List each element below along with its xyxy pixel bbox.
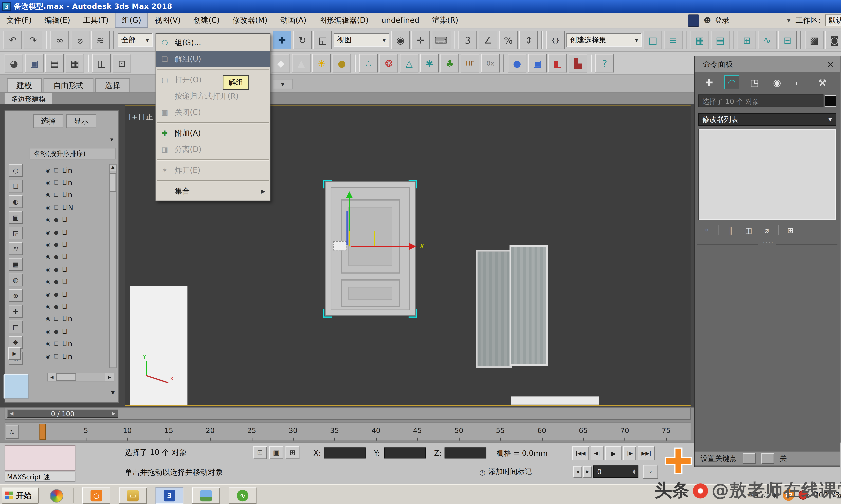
scrollbar-track[interactable] [56, 373, 105, 381]
key-filters-button[interactable] [761, 453, 774, 464]
ribbon-tab[interactable]: 建模 [7, 78, 42, 92]
schematic-view-button[interactable]: ⊟ [778, 31, 797, 49]
teapot-primitive-button[interactable]: ◆ [272, 54, 290, 72]
explorer-horizontal-scrollbar[interactable]: ◀ ▶ [47, 373, 114, 381]
start-button[interactable]: 开始 [2, 488, 39, 504]
scene-list-item[interactable]: ◉❏Lin [26, 313, 108, 325]
modifier-stack[interactable] [698, 129, 836, 220]
visibility-eye-icon[interactable]: ◉ [46, 341, 50, 347]
taskbar-app-green[interactable]: ∿ [228, 488, 257, 504]
go-to-end-button[interactable]: ▶▶| [638, 446, 655, 460]
selection-name-field[interactable]: 选择了 10 个 对象 [698, 94, 824, 107]
isolate-selection-button[interactable]: ⊡ [253, 446, 267, 459]
use-pivot-center-button[interactable]: ◉ [391, 31, 410, 49]
pyramid-button[interactable]: △ [400, 54, 418, 72]
scene-list-item[interactable]: ◉❏Lin [26, 176, 108, 189]
display-cameras-icon[interactable]: ▣ [9, 211, 23, 224]
blue-sphere-button[interactable]: ● [508, 54, 526, 72]
snap-toggle-3d-button[interactable]: 3 [459, 31, 477, 49]
scene-list-item[interactable]: ◉●LI [26, 325, 108, 338]
explorer-expand-button[interactable]: ▶ [8, 347, 21, 360]
scene-list-item[interactable]: ◉❏LIN [26, 201, 108, 214]
scene-utility-4-button[interactable]: ▦ [66, 54, 84, 72]
visibility-eye-icon[interactable]: ◉ [46, 316, 50, 322]
curve-editor-button[interactable]: ∿ [758, 31, 776, 49]
sign-in-button[interactable]: ☻ 登录 ▼ [704, 15, 791, 25]
selection-filter-dropdown[interactable]: 全部▼ [118, 33, 153, 47]
reference-coordinate-dropdown[interactable]: 视图▼ [334, 33, 389, 47]
select-and-manipulate-button[interactable]: ✛ [411, 31, 430, 49]
scene-utility-3-button[interactable]: ▤ [45, 54, 64, 72]
display-spacewarps-icon[interactable]: ≋ [9, 242, 23, 255]
next-key-button[interactable]: ▶ [583, 466, 592, 478]
add-time-tag[interactable]: ◷ 添加时间标记 [479, 467, 532, 477]
display-lights-icon[interactable]: ◐ [9, 195, 23, 208]
menubar-item[interactable]: 动画(A) [274, 13, 313, 28]
select-and-link-button[interactable]: ∞ [50, 31, 69, 49]
previous-frame-button[interactable]: ◀| [591, 446, 603, 460]
set-key-label[interactable]: 设置关键点 [700, 454, 737, 464]
menubar-item[interactable]: 编辑(E) [38, 13, 76, 28]
group-menu-item[interactable]: ❍组(G)... [156, 35, 270, 51]
close-icon[interactable]: × [827, 59, 834, 69]
viewport-layout-button[interactable] [3, 374, 29, 399]
scroll-left-icon[interactable]: ◀ [48, 373, 56, 381]
taskbar-app-file-explorer[interactable]: ▭ [119, 488, 147, 504]
make-unique-button[interactable]: ◫ [742, 224, 755, 236]
quick-launch-icon[interactable] [50, 489, 63, 503]
tab-modify[interactable]: ◠ [724, 75, 739, 89]
edit-named-selection-sets-button[interactable]: {} [546, 31, 565, 49]
redo-button[interactable]: ↷ [24, 31, 42, 49]
scene-list-item[interactable]: ◉●LI [26, 251, 108, 263]
undo-button[interactable]: ↶ [3, 31, 22, 49]
taskbar-app-image-viewer[interactable] [192, 488, 220, 504]
viewport-label[interactable]: [+] [正 [129, 112, 153, 122]
menubar-item[interactable]: 组(G) [115, 13, 148, 28]
menubar-item[interactable]: 渲染(R) [426, 13, 465, 28]
select-and-move-button[interactable]: ✚ [273, 31, 291, 49]
mirror-button[interactable]: ◫ [643, 31, 662, 49]
explorer-sort-header[interactable]: 名称(按升序排序) [30, 148, 116, 159]
display-bones-icon[interactable]: ⊕ [9, 289, 23, 302]
ribbon-tab[interactable]: 自由形式 [44, 78, 93, 92]
x-coordinate-field[interactable] [324, 448, 365, 458]
time-slider[interactable]: ◀ 0 / 100 ▶ [5, 408, 691, 419]
visibility-eye-icon[interactable]: ◉ [46, 217, 50, 223]
align-button[interactable]: ≡ [664, 31, 682, 49]
visibility-eye-icon[interactable]: ◉ [46, 192, 50, 198]
scrollbar-thumb[interactable] [56, 373, 76, 381]
scene-list-item[interactable]: ◉●LI [26, 226, 108, 238]
bind-to-space-warp-button[interactable]: ≋ [91, 31, 110, 49]
cone-primitive-button[interactable]: ▲ [292, 54, 310, 72]
keyboard-override-button[interactable]: ⌨ [432, 31, 450, 49]
track-bar[interactable]: ≋ 051015202530354045505560657075 [5, 422, 691, 441]
render-setup-button[interactable]: ▩ [805, 31, 823, 49]
menubar-item[interactable]: 工具(T) [76, 13, 115, 28]
configure-modifier-sets-button[interactable]: ⊞ [784, 224, 797, 236]
tab-utilities[interactable]: ⚒ [815, 75, 830, 89]
visibility-eye-icon[interactable]: ◉ [46, 242, 50, 248]
visibility-eye-icon[interactable]: ◉ [46, 304, 50, 310]
play-button[interactable]: ▶ [605, 446, 622, 460]
selection-lock-toggle[interactable]: ▣ [269, 446, 283, 459]
visibility-eye-icon[interactable]: ◉ [46, 180, 50, 186]
object-color-swatch[interactable] [825, 95, 836, 107]
current-frame-field[interactable]: 0 ▲▼ [593, 466, 638, 478]
group-menu-item[interactable]: ✚附加(A) [156, 125, 270, 142]
visibility-eye-icon[interactable]: ◉ [46, 328, 50, 334]
visibility-eye-icon[interactable]: ◉ [46, 167, 50, 173]
explorer-tab[interactable]: 显示 [66, 114, 96, 128]
named-selection-sets-dropdown[interactable]: 创建选择集▼ [566, 33, 642, 47]
set-key-button[interactable] [743, 453, 755, 464]
ribbon-tab[interactable]: 选择 [95, 78, 130, 92]
help-button[interactable]: ? [596, 54, 614, 72]
visibility-eye-icon[interactable]: ◉ [46, 353, 50, 359]
visibility-eye-icon[interactable]: ◉ [46, 267, 50, 272]
particle-systems-button[interactable]: ∴ [359, 54, 378, 72]
remove-modifier-button[interactable]: ⌀ [760, 224, 773, 236]
group-menu-item[interactable]: 集合▶ [156, 183, 270, 199]
scene-utility-2-button[interactable]: ▣ [25, 54, 44, 72]
scene-list-item[interactable]: ◉❏Lin [26, 164, 108, 176]
visibility-eye-icon[interactable]: ◉ [46, 204, 50, 210]
ribbon-mini-dropdown[interactable]: ▼ [273, 79, 292, 89]
